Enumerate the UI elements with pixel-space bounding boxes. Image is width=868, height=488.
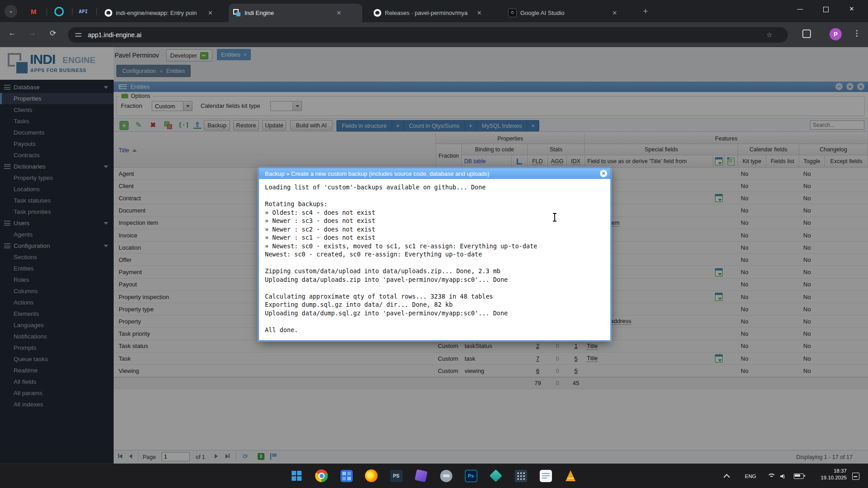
back-icon[interactable]: ← — [6, 29, 18, 38]
tab-separator — [47, 8, 47, 15]
taskbar-photoshop-icon[interactable]: Ps — [464, 469, 478, 483]
log-line: Loading list of 'custom'-backups availab… — [265, 184, 610, 192]
modal-title-bar[interactable]: Backup » Create a new custom backup (inc… — [259, 168, 610, 179]
log-line — [265, 259, 610, 268]
log-line: Zipping custom/data/upload into data/upl… — [265, 267, 610, 276]
taskbar-blue-grid-app-icon[interactable] — [340, 469, 353, 483]
new-tab-button[interactable]: + — [643, 6, 648, 16]
log-line — [265, 192, 610, 201]
gmail-icon[interactable]: M — [28, 5, 39, 17]
circle-logo-icon[interactable] — [53, 5, 65, 17]
volume-icon[interactable]: ) — [780, 464, 785, 488]
maximize-button[interactable] — [815, 0, 836, 18]
taskbar-purple-app-icon[interactable] — [414, 469, 428, 483]
wifi-icon[interactable] — [767, 464, 775, 488]
taskbar-teal-diamond-app-icon[interactable] — [489, 469, 503, 483]
ai-studio-icon: ◇ — [508, 9, 517, 17]
browser-menu-icon[interactable]: ⋮ — [851, 29, 863, 38]
tray-date: 19.10.2025 — [810, 474, 847, 481]
tray-language[interactable]: ENG — [745, 464, 756, 488]
taskbar-dark-ps-app-icon[interactable]: PS — [389, 469, 403, 483]
notification-icon[interactable] — [852, 464, 859, 488]
log-line — [265, 284, 610, 293]
windows-taskbar: PSPs ENG ) 18:37 19.10.2025 — [0, 464, 868, 488]
close-button[interactable]: ✕ — [841, 0, 862, 18]
log-line: » Newer : sc2 - does not exist — [265, 226, 610, 234]
tab-separator — [96, 8, 97, 15]
tab-separator — [72, 8, 72, 15]
tab-title: Releases · pavel-perminov/mya — [385, 10, 473, 16]
extensions-icon[interactable] — [802, 29, 811, 38]
reload-icon[interactable]: ⟳ — [47, 29, 59, 38]
screen: { "browser": { "pinned_tabs": ["gmail-ic… — [0, 0, 868, 488]
text-cursor — [554, 213, 555, 221]
modal-title: Backup » Create a new custom backup (inc… — [265, 170, 489, 177]
log-line: » Newer : sc3 - does not exist — [265, 217, 610, 226]
tab-title: Indi Engine — [245, 10, 333, 16]
github-icon — [105, 9, 112, 17]
tab-close-icon[interactable]: ✕ — [336, 10, 341, 16]
tab-close-icon[interactable]: ✕ — [208, 10, 213, 16]
log-line: Uploading data/uploads.zip into 'pavel-p… — [265, 276, 610, 285]
modal-close-icon[interactable]: ✕ — [600, 170, 607, 177]
browser-toolbar: ← → ⟳ app1.indi-engine.ai ☆ P ⋮ — [0, 22, 868, 47]
log-line — [265, 318, 610, 326]
tray-time: 18:37 — [810, 468, 847, 474]
forward-icon[interactable]: → — [26, 29, 38, 38]
tray-clock[interactable]: 18:37 19.10.2025 — [810, 468, 847, 481]
url-text[interactable]: app1.indi-engine.ai — [88, 31, 141, 39]
taskbar-chrome-icon[interactable] — [315, 469, 328, 483]
taskbar-white-app-icon[interactable] — [539, 469, 552, 483]
log-line: Rotating backups: — [265, 200, 610, 209]
log-line: Uploading data/dump.sql.gz into 'pavel-p… — [265, 309, 610, 318]
log-line: » Newest: sc0 - exists, moved to sc1, sc… — [265, 242, 610, 251]
log-line: Newest: sc0 - created, sc0 re-assign: Ev… — [265, 251, 610, 259]
backup-modal: Backup » Create a new custom backup (inc… — [259, 168, 611, 341]
log-line: All done. — [265, 326, 610, 335]
log-line: » Newer : sc1 - does not exist — [265, 234, 610, 242]
browser-tab[interactable]: Releases · pavel-perminov/mya✕ — [369, 4, 498, 22]
tab-title: Google AI Studio — [520, 10, 609, 16]
address-bar[interactable]: app1.indi-engine.ai ☆ — [68, 27, 788, 43]
tray-chevron-icon[interactable] — [724, 464, 729, 488]
browser-tab[interactable]: ◇Google AI Studio✕ — [504, 4, 634, 22]
api-icon[interactable]: API — [77, 5, 89, 17]
tab-close-icon[interactable]: ✕ — [477, 10, 482, 16]
taskbar-grid-dots-app-icon[interactable] — [514, 469, 528, 483]
taskbar-orange-app-icon[interactable] — [564, 469, 577, 483]
taskbar-start-icon[interactable] — [290, 469, 303, 483]
log-line: » Oldest: sc4 - does not exist — [265, 209, 610, 217]
log-line: Exporting dump.sql.gz into data/ dir... … — [265, 301, 610, 309]
battery-icon[interactable] — [794, 464, 804, 488]
github-icon — [374, 9, 381, 17]
tab-close-icon[interactable]: ✕ — [612, 10, 617, 16]
browser-tab[interactable]: indi-engine/newapp: Entry poin✕ — [100, 4, 227, 22]
site-settings-icon[interactable] — [75, 33, 82, 37]
browser-tab-bar: ⌄ M API indi-engine/newapp: Entry poin✕I… — [0, 0, 868, 22]
tab-search-icon[interactable]: ⌄ — [5, 5, 17, 18]
bookmark-star-icon[interactable]: ☆ — [767, 31, 772, 39]
log-line: Calculating approximate qty of total row… — [265, 293, 610, 301]
minimize-button[interactable]: — — [790, 0, 810, 18]
modal-log: Loading list of 'custom'-backups availab… — [259, 179, 610, 340]
tab-title: indi-engine/newapp: Entry poin — [116, 10, 204, 16]
taskbar-grey-app-icon[interactable] — [439, 469, 453, 483]
indi-favicon — [233, 9, 241, 17]
profile-avatar[interactable]: P — [830, 28, 842, 40]
browser-tab[interactable]: Indi Engine✕ — [229, 4, 362, 22]
taskbar-firefox-icon[interactable] — [364, 469, 378, 483]
